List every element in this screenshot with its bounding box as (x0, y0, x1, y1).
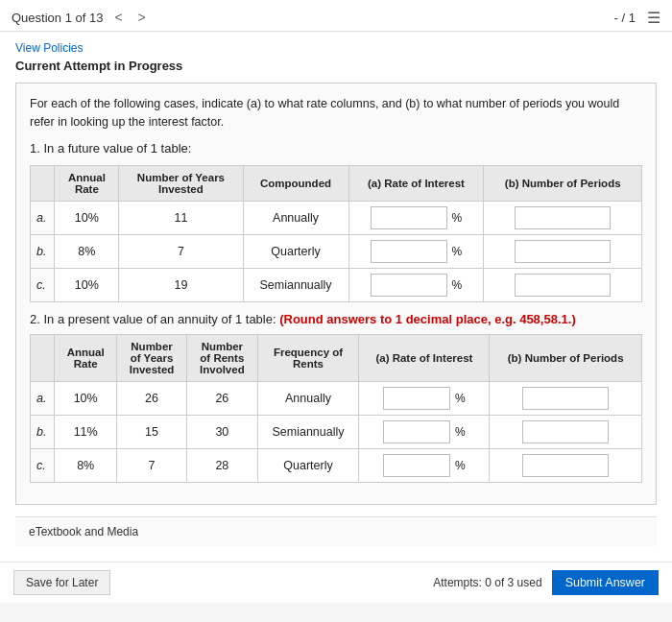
submit-answer-button[interactable]: Submit Answer (552, 570, 659, 595)
frequency-a2: Annually (257, 381, 359, 415)
section2-table: AnnualRate Numberof YearsInvested Number… (30, 334, 642, 483)
rate-interest-input-c1[interactable] (371, 274, 447, 297)
row-label-c2: c. (31, 448, 55, 482)
th-annual-rate: AnnualRate (55, 165, 119, 201)
annual-rate-a1: 10% (55, 201, 119, 234)
view-policies-link[interactable]: View Policies (15, 41, 657, 55)
bottom-right: Attempts: 0 of 3 used Submit Answer (433, 570, 659, 595)
annual-rate-c2: 8% (55, 448, 116, 482)
frequency-c2: Quarterly (257, 448, 359, 482)
rate-interest-cell-a1: % (348, 201, 484, 234)
num-periods-cell-b1 (484, 234, 642, 268)
rate-interest-input-a2[interactable] (383, 387, 450, 410)
pct-symbol-b2: % (453, 425, 466, 439)
table-row: a. 10% 11 Annually % (31, 201, 642, 234)
table-row: b. 8% 7 Quarterly % (31, 234, 642, 268)
num-periods-input-a1[interactable] (515, 206, 611, 229)
th2-years-invested: Numberof YearsInvested (116, 334, 186, 381)
rents-a2: 26 (187, 381, 257, 415)
num-periods-input-a2[interactable] (522, 387, 609, 410)
table-row: c. 8% 7 28 Quarterly % (31, 448, 642, 482)
section1-table: AnnualRate Number of YearsInvested Compo… (30, 165, 642, 302)
question-text: For each of the following cases, indicat… (30, 95, 642, 132)
rate-interest-cell-a2: % (359, 381, 490, 415)
pct-symbol-c2: % (453, 459, 466, 472)
table-row: a. 10% 26 26 Annually % (31, 381, 642, 415)
annual-rate-a2: 10% (55, 381, 116, 415)
rate-interest-input-a1[interactable] (371, 206, 447, 229)
pct-symbol-a2: % (453, 392, 466, 405)
row-label-b1: b. (31, 234, 55, 268)
pct-symbol-a1: % (450, 211, 463, 225)
num-periods-cell-c2 (490, 448, 642, 482)
rate-interest-input-b2[interactable] (383, 420, 450, 443)
th2-empty (31, 334, 55, 381)
top-bar: Question 1 of 13 < > - / 1 ☰ (0, 0, 672, 32)
rate-interest-cell-b2: % (359, 415, 490, 448)
menu-icon[interactable]: ☰ (647, 9, 660, 27)
num-periods-cell-a1 (484, 201, 642, 234)
th-empty (31, 165, 55, 201)
num-periods-cell-b2 (490, 415, 642, 448)
rate-interest-cell-b1: % (348, 234, 484, 268)
nav-prev-button[interactable]: < (110, 8, 126, 27)
rate-interest-cell-c2: % (359, 448, 490, 482)
rate-interest-input-c2[interactable] (383, 454, 450, 477)
rents-c2: 28 (187, 448, 257, 482)
num-periods-input-c2[interactable] (522, 454, 609, 477)
num-periods-input-b2[interactable] (522, 420, 609, 443)
years-a1: 11 (119, 201, 243, 234)
th-compounded: Compounded (243, 165, 348, 201)
years-c2: 7 (116, 448, 186, 482)
num-periods-cell-a2 (490, 381, 642, 415)
table-row: c. 10% 19 Semiannually % (31, 268, 642, 301)
pct-symbol-b1: % (450, 245, 463, 258)
rate-interest-cell-c1: % (348, 268, 484, 301)
years-c1: 19 (119, 268, 243, 301)
row-label-a1: a. (31, 201, 55, 234)
top-left: Question 1 of 13 < > (12, 8, 150, 27)
compounded-b1: Quarterly (243, 234, 348, 268)
section2-heading: 2. In a present value of an annuity of 1… (30, 312, 642, 326)
row-label-c1: c. (31, 268, 55, 301)
attempts-text: Attempts: 0 of 3 used (433, 576, 541, 589)
annual-rate-b2: 11% (55, 415, 116, 448)
rents-b2: 30 (187, 415, 257, 448)
years-b1: 7 (119, 234, 243, 268)
row-label-a2: a. (31, 381, 55, 415)
th2-annual-rate: AnnualRate (55, 334, 116, 381)
annual-rate-b1: 8% (55, 234, 119, 268)
years-b2: 15 (116, 415, 186, 448)
question-box: For each of the following cases, indicat… (15, 83, 657, 505)
row-label-b2: b. (31, 415, 55, 448)
score-display: - / 1 (614, 11, 636, 25)
th2-frequency: Frequency ofRents (257, 334, 359, 381)
frequency-b2: Semiannually (257, 415, 359, 448)
num-periods-input-c1[interactable] (515, 274, 611, 297)
section2-heading-note: (Round answers to 1 decimal place, e.g. … (279, 312, 576, 326)
etextbook-link[interactable]: eTextbook and Media (15, 516, 657, 546)
th2-num-periods: (b) Number of Periods (490, 334, 642, 381)
compounded-c1: Semiannually (243, 268, 348, 301)
th-rate-interest: (a) Rate of Interest (348, 165, 484, 201)
main-content: View Policies Current Attempt in Progres… (0, 32, 672, 562)
question-label: Question 1 of 13 (12, 11, 103, 25)
th2-rents-involved: Numberof RentsInvolved (187, 334, 257, 381)
th-num-periods: (b) Number of Periods (484, 165, 642, 201)
save-later-button[interactable]: Save for Later (13, 570, 110, 595)
th2-rate-interest: (a) Rate of Interest (359, 334, 490, 381)
table-row: b. 11% 15 30 Semiannually % (31, 415, 642, 448)
num-periods-cell-c1 (484, 268, 642, 301)
section1-heading: 1. In a future value of 1 table: (30, 141, 642, 156)
bottom-bar: Save for Later Attempts: 0 of 3 used Sub… (0, 562, 672, 603)
rate-interest-input-b1[interactable] (371, 240, 447, 263)
annual-rate-c1: 10% (55, 268, 119, 301)
th-years-invested: Number of YearsInvested (119, 165, 243, 201)
nav-next-button[interactable]: > (134, 8, 150, 27)
top-right: - / 1 ☰ (614, 9, 660, 27)
current-attempt-label: Current Attempt in Progress (15, 59, 657, 73)
section2-heading-text: 2. In a present value of an annuity of 1… (30, 312, 276, 326)
pct-symbol-c1: % (450, 278, 463, 292)
compounded-a1: Annually (243, 201, 348, 234)
num-periods-input-b1[interactable] (515, 240, 611, 263)
